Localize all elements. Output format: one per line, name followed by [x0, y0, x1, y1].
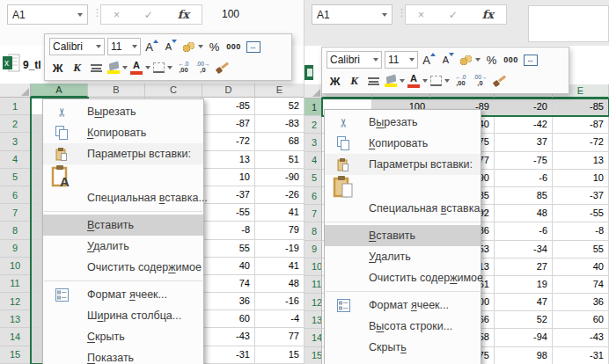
row-header-6[interactable]: 6 — [0, 186, 31, 204]
cell-D2[interactable]: -87 — [202, 115, 255, 133]
row-header-8[interactable]: 8 — [304, 222, 322, 240]
menu-item-delete[interactable]: Удалить — [325, 246, 481, 267]
name-box[interactable]: A1 — [7, 4, 88, 25]
cell-E9[interactable]: 55 — [553, 241, 609, 258]
font-name-select[interactable]: Calibri — [327, 51, 382, 69]
row-header-2[interactable]: 2 — [0, 115, 31, 133]
cell-D6[interactable]: 85 — [495, 187, 553, 205]
column-header-C[interactable]: C — [145, 84, 202, 98]
bold-button[interactable]: Ж — [49, 59, 66, 76]
name-box[interactable]: A1 — [312, 4, 393, 25]
percent-style-button[interactable]: % — [483, 51, 500, 69]
row-header-3[interactable]: 3 — [304, 134, 322, 151]
select-all-corner[interactable] — [304, 84, 322, 98]
cell-E4[interactable]: 13 — [553, 152, 609, 170]
cell-D2[interactable]: -42 — [495, 116, 553, 134]
percent-style-button[interactable]: % — [206, 38, 223, 55]
font-size-select[interactable]: 11 — [107, 38, 141, 55]
cell-D12[interactable]: 36 — [202, 293, 255, 310]
chevron-down-icon[interactable] — [382, 13, 387, 17]
cell-E14[interactable]: -43 — [553, 329, 609, 346]
cell-D8[interactable]: -8 — [202, 222, 255, 239]
menu-item-insert[interactable]: Вставить — [325, 225, 481, 246]
menu-item-paste-option[interactable] — [325, 175, 481, 198]
row-header-12[interactable]: 12 — [0, 293, 31, 310]
cell-E3[interactable]: -72 — [553, 134, 609, 151]
decrease-font-size-button[interactable]: A — [440, 51, 457, 69]
decrease-decimal-button[interactable] — [194, 59, 211, 76]
cell-D13[interactable]: 60 — [202, 310, 255, 328]
cell-D6[interactable]: -37 — [202, 186, 255, 204]
cell-E1[interactable]: 52 — [255, 98, 304, 115]
cell-E5[interactable]: -90 — [255, 169, 304, 186]
row-header-13[interactable]: 13 — [304, 311, 322, 329]
row-header-9[interactable]: 9 — [304, 241, 322, 258]
cell-E8[interactable]: -8 — [553, 222, 609, 240]
cell-D14[interactable]: -43 — [202, 328, 255, 346]
format-painter-button[interactable] — [214, 59, 231, 76]
column-header-B[interactable]: B — [88, 84, 145, 98]
italic-button[interactable]: K — [346, 72, 363, 90]
cell-E11[interactable]: 74 — [553, 276, 609, 294]
menu-item-paste-option[interactable]: A — [43, 164, 203, 187]
font-name-select[interactable]: Calibri — [49, 38, 105, 55]
cell-D7[interactable]: -55 — [202, 204, 255, 222]
cell-E2[interactable]: -83 — [255, 115, 304, 133]
cell-D12[interactable]: 47 — [495, 294, 553, 311]
cell-E8[interactable]: 79 — [255, 222, 304, 239]
cell-E15[interactable]: 15 — [255, 346, 304, 364]
cell-D8[interactable]: -6 — [495, 222, 553, 240]
row-header-6[interactable]: 6 — [304, 187, 322, 205]
cell-E15[interactable]: -31 — [553, 347, 609, 364]
menu-item-unhide[interactable]: Показать — [325, 358, 481, 364]
row-header-11[interactable]: 11 — [0, 275, 31, 293]
autofit-width-button[interactable] — [245, 38, 261, 55]
menu-item-column-width[interactable]: Ширина столбца... — [43, 305, 203, 326]
decrease-font-size-button[interactable]: A — [163, 38, 180, 55]
row-header-4[interactable]: 4 — [304, 152, 322, 170]
bold-button[interactable]: Ж — [327, 72, 343, 90]
menu-item-paste-special[interactable]: Специальная вставка... — [43, 187, 203, 208]
cell-D7[interactable]: 48 — [495, 205, 553, 222]
menu-item-unhide[interactable]: Показать — [43, 347, 203, 364]
formula-bar[interactable]: 100 — [222, 8, 239, 20]
row-header-13[interactable]: 13 — [0, 310, 31, 328]
fill-color-button[interactable] — [385, 72, 405, 90]
cell-D9[interactable]: 55 — [202, 240, 255, 258]
align-center-button[interactable] — [365, 72, 382, 90]
menu-item-clear-contents[interactable]: Очистить содержимое — [43, 257, 203, 278]
cell-D11[interactable]: 74 — [202, 275, 255, 293]
cell-D14[interactable]: -94 — [495, 329, 553, 346]
row-header-15[interactable]: 15 — [304, 347, 322, 364]
cell-E12[interactable]: 36 — [553, 294, 609, 311]
cell-D11[interactable]: 19 — [495, 276, 553, 294]
insert-function-button[interactable]: fx — [482, 8, 494, 21]
column-header-A[interactable]: A — [31, 84, 88, 98]
cell-E12[interactable]: -16 — [255, 293, 304, 310]
accounting-format-button[interactable] — [182, 38, 203, 55]
cell-D1[interactable]: -20 — [495, 98, 553, 116]
autofit-width-button[interactable] — [522, 51, 539, 69]
cell-E5[interactable]: 10 — [553, 170, 609, 187]
comma-style-button[interactable]: 000 — [225, 38, 242, 55]
increase-decimal-button[interactable] — [175, 59, 192, 76]
row-header-12[interactable]: 12 — [304, 294, 322, 311]
cell-E3[interactable]: 68 — [255, 133, 304, 150]
menu-item-format-cells[interactable]: Формат ячеек... — [43, 284, 203, 305]
cell-E1[interactable]: -85 — [553, 98, 609, 116]
cell-E14[interactable]: 77 — [255, 328, 304, 346]
increase-font-size-button[interactable]: A — [143, 38, 160, 55]
cell-D4[interactable]: -75 — [495, 152, 553, 170]
cell-D10[interactable]: 40 — [202, 258, 255, 275]
row-header-1[interactable]: 1 — [0, 98, 31, 115]
cell-D10[interactable]: 27 — [495, 258, 553, 276]
row-header-11[interactable]: 11 — [304, 276, 322, 294]
increase-font-size-button[interactable]: A — [421, 51, 437, 69]
cell-E13[interactable]: -4 — [255, 310, 304, 328]
align-center-button[interactable] — [88, 59, 105, 76]
cell-D5[interactable]: 10 — [202, 169, 255, 186]
row-header-14[interactable]: 14 — [0, 328, 31, 346]
select-all-corner[interactable] — [0, 84, 31, 98]
borders-button[interactable] — [430, 72, 450, 90]
menu-item-hide[interactable]: Скрыть — [43, 326, 203, 347]
